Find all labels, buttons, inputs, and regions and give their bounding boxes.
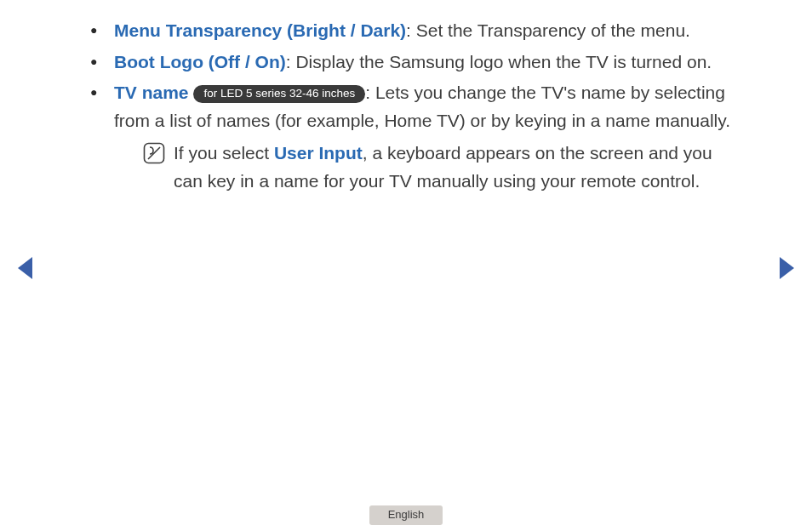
note-link: User Input [274, 143, 363, 163]
note-text: If you select User Input, a keyboard app… [174, 140, 744, 195]
model-badge: for LED 5 series 32-46 inches [193, 85, 365, 103]
settings-list: Menu Transparency (Bright / Dark): Set t… [85, 17, 744, 195]
prev-arrow[interactable] [15, 255, 34, 289]
item-desc: : Set the Transparency of the menu. [406, 20, 690, 40]
note-pre: If you select [174, 143, 274, 163]
content-area: Menu Transparency (Bright / Dark): Set t… [0, 0, 812, 195]
item-title: TV name [114, 83, 189, 102]
next-arrow[interactable] [778, 255, 797, 289]
list-item: TV name for LED 5 series 32-46 inches: L… [85, 79, 744, 195]
language-label: English [369, 505, 443, 524]
svg-marker-2 [780, 257, 794, 279]
item-title: Boot Logo (Off / On) [114, 52, 286, 71]
list-item: Menu Transparency (Bright / Dark): Set t… [85, 17, 744, 45]
footer: English [0, 499, 812, 527]
item-title: Menu Transparency (Bright / Dark) [114, 20, 406, 40]
svg-marker-1 [18, 257, 32, 279]
note-row: If you select User Input, a keyboard app… [114, 140, 744, 195]
item-desc: : Display the Samsung logo when the TV i… [286, 52, 712, 71]
note-icon [143, 142, 165, 173]
list-item: Boot Logo (Off / On): Display the Samsun… [85, 49, 744, 77]
